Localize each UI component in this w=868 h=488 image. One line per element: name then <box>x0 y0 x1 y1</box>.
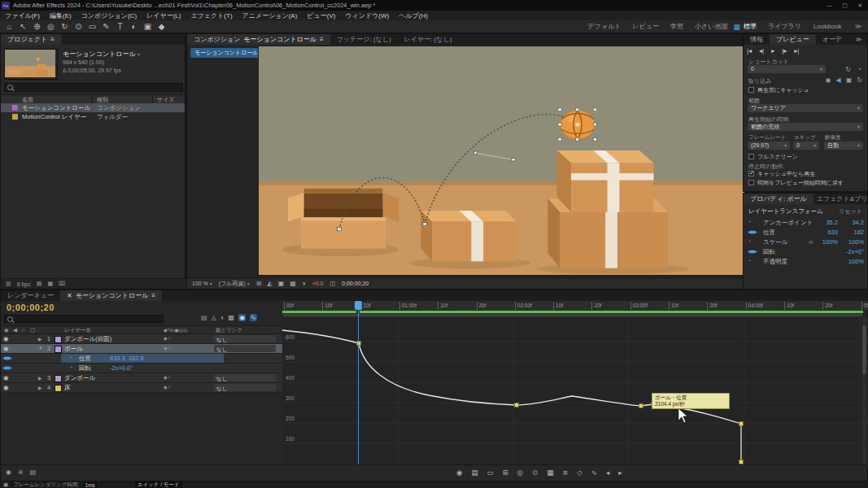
project-row-composition[interactable]: モーションコントロール コンポジション <box>1 103 185 112</box>
workspace-item[interactable]: デフォルト <box>582 22 627 31</box>
stopwatch-icon[interactable]: ◔ <box>748 238 751 244</box>
resolution-select[interactable]: 自動▾ <box>824 142 863 150</box>
project-comp-name[interactable]: モーションコントロール ▾ <box>63 50 140 59</box>
anchor-x-value[interactable]: 35.2 <box>815 219 838 226</box>
switches-mode-button[interactable]: スイッチ / モード <box>135 481 182 488</box>
snap-icon[interactable]: ⊞ <box>502 468 508 477</box>
tab-preview[interactable]: プレビュー <box>770 34 816 45</box>
current-time-display[interactable]: 0;00;00;20 <box>7 303 55 312</box>
layer-row[interactable]: ◉ ▶ 4 床 ◆ / なし▾ <box>1 383 282 393</box>
column-divider[interactable] <box>92 94 93 103</box>
brush-tool-icon[interactable]: ◐ <box>127 22 141 31</box>
maximize-button[interactable]: ▢ <box>837 2 853 9</box>
play-from-select[interactable]: 範囲の先頭▾ <box>748 123 863 131</box>
tab-properties[interactable]: プロパティ: ボール <box>744 194 813 204</box>
workspace-item[interactable]: 標準 <box>738 22 762 31</box>
layer-color-swatch[interactable] <box>55 375 62 382</box>
first-frame-button[interactable]: |◂ <box>747 47 752 54</box>
eye-icon[interactable]: ◉ <box>3 335 9 342</box>
tab-footage[interactable]: フッテージ: (なし) <box>330 34 398 45</box>
workspace-item-lookbook[interactable]: Lookbook <box>807 23 848 30</box>
graph-editor-icon[interactable]: ∿ <box>250 314 257 321</box>
layer-name[interactable]: 床 <box>64 384 71 392</box>
selection-tool-icon[interactable]: ↖ <box>16 22 30 31</box>
tab-info[interactable]: 情報 <box>744 34 770 45</box>
duration-icon[interactable]: ◔ <box>857 66 861 73</box>
workspace-item[interactable]: 小さい画面 <box>689 22 733 31</box>
menu-item[interactable]: ウィンドウ(W) <box>340 11 394 20</box>
minimize-button[interactable]: — <box>822 2 837 8</box>
fit-selection-icon[interactable]: ⊙ <box>532 468 538 477</box>
reset-button[interactable]: リセット <box>839 207 862 216</box>
eye-icon[interactable]: ◉ <box>3 374 9 381</box>
delete-icon[interactable]: ⌧ <box>59 281 65 287</box>
workspace-item[interactable]: ライブラリ <box>762 22 807 31</box>
property-name[interactable]: 回転 <box>79 364 91 373</box>
keyframe-nav-icon[interactable]: ◀◆▶ <box>2 355 11 360</box>
close-tab-icon[interactable]: ✕ <box>67 292 72 299</box>
viewer-timecode[interactable]: 0;00;00;20 <box>342 281 369 286</box>
timeline-scrollbar[interactable] <box>862 317 866 467</box>
eye-icon[interactable]: ◉ <box>4 327 9 333</box>
overlays-icon[interactable]: ▣ <box>846 76 853 84</box>
puppet-pin-tool-icon[interactable]: ◆ <box>155 22 168 31</box>
draft-3d-icon[interactable]: ◬ <box>212 314 216 321</box>
cache-before-checkbox[interactable] <box>748 87 754 93</box>
tab-audio[interactable]: オーデ <box>816 34 848 45</box>
eye-icon[interactable]: ◉ <box>3 384 9 391</box>
cache-indicator-icon[interactable]: ◉ <box>6 468 11 476</box>
scale-y-value[interactable]: 100% <box>841 238 864 246</box>
composition-canvas[interactable] <box>258 46 745 276</box>
menu-item[interactable]: エフェクト(T) <box>185 11 237 20</box>
project-row-folder[interactable]: MotionControl レイヤー フォルダー <box>1 112 185 121</box>
loop-icon[interactable]: ↻ <box>857 76 862 84</box>
opacity-row[interactable]: ◔ 不透明度 100% <box>744 257 867 267</box>
audio-icon[interactable]: ◀ <box>836 76 841 84</box>
menu-item[interactable]: アニメーション(A) <box>238 11 303 20</box>
workspace-overflow-icon[interactable]: ≫ <box>848 23 868 30</box>
parent-select[interactable]: なし▾ <box>214 335 276 342</box>
shortcut-select[interactable]: 0▾ <box>748 65 826 73</box>
frame-blend-all-icon[interactable]: ≋ <box>18 468 24 476</box>
auto-zoom-icon[interactable]: ◎ <box>517 468 523 477</box>
frame-blend-icon[interactable]: ▩ <box>229 314 235 321</box>
easy-ease-out-icon[interactable]: ▸ <box>618 468 622 477</box>
interpret-footage-icon[interactable]: ▥ <box>6 281 11 287</box>
exposure-control[interactable]: +0.0 <box>312 281 324 286</box>
hand-tool-icon[interactable]: ⊕ <box>30 22 44 31</box>
next-frame-button[interactable]: |▸ <box>782 47 787 54</box>
layer-switches[interactable]: ◆ / <box>164 374 170 380</box>
menu-item[interactable]: レイヤー(L) <box>142 11 185 20</box>
layer-switches[interactable]: ◆ / <box>164 384 170 390</box>
mini-flowchart-icon[interactable]: ▤ <box>201 314 207 321</box>
show-transform-box-icon[interactable]: ▭ <box>486 468 493 477</box>
new-composition-icon[interactable]: ▦ <box>47 281 53 287</box>
close-button[interactable]: ✕ <box>853 2 868 9</box>
show-properties-icon[interactable]: ◉ <box>456 468 462 477</box>
switches-header[interactable]: ◆*\fx▣◎◎ <box>164 327 187 333</box>
play-cached-checkbox[interactable] <box>748 171 754 176</box>
tab-timeline-comp[interactable]: ✕ モーションコントロール ≡ <box>60 290 162 301</box>
property-row-rotation[interactable]: ◀◆▶ ◔ 回転 -2x+0.0° <box>1 364 282 373</box>
menu-item[interactable]: コンポジション(C) <box>76 11 142 20</box>
keyframe-nav-icon[interactable]: ◀◆▶ <box>748 229 757 234</box>
play-button[interactable]: ▸ <box>771 47 774 54</box>
pan-behind-tool-icon[interactable]: ⊙ <box>72 22 85 31</box>
anchor-point-row[interactable]: ◔ アンカーポイント 35.2 34.2 <box>744 218 867 228</box>
fit-all-icon[interactable]: ▦ <box>547 468 553 477</box>
project-search-input[interactable] <box>4 83 183 92</box>
quality-select[interactable]: (フル画質) ▾ <box>219 280 250 288</box>
menu-item[interactable]: ビュー(V) <box>302 11 340 20</box>
motion-blur-all-icon[interactable]: ▤ <box>30 468 37 476</box>
layer-row[interactable]: ◉ ▶ 1 ダンボール(前面) ◆ / なし▾ <box>1 334 282 344</box>
snapshot-icon[interactable]: ◫ <box>329 281 335 287</box>
scale-x-value[interactable]: 100% <box>815 238 838 246</box>
workspace-item[interactable]: 学習 <box>665 22 689 31</box>
panel-menu-icon[interactable]: ≡ <box>50 36 55 43</box>
parent-select[interactable]: なし▾ <box>214 374 276 381</box>
property-value[interactable]: 633.3, 182.5 <box>110 355 144 362</box>
video-icon[interactable]: ◉ <box>826 76 831 84</box>
audio-icon[interactable]: ◀ <box>13 327 17 333</box>
menu-item[interactable]: ヘルプ(H) <box>394 11 433 20</box>
tab-layer[interactable]: レイヤー: (なし) <box>398 34 459 45</box>
